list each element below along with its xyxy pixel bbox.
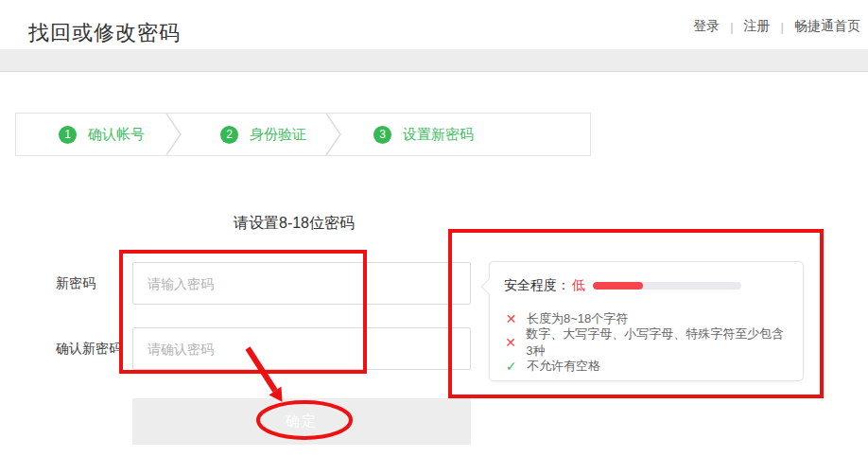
stepper: 1 确认帐号 2 身份验证 3 设置新密码 — [15, 113, 591, 156]
step-number-badge: 2 — [220, 126, 238, 144]
step-identity-verification: 2 身份验证 — [220, 114, 306, 155]
page-title: 找回或修改密码 — [28, 19, 181, 47]
password-strength-panel: 安全程度： 低 ✕ 长度为8~18个字符 ✕ 数字、大写字母、小写字母、特殊字符… — [489, 261, 804, 381]
step-label: 确认帐号 — [88, 126, 145, 144]
chevron-right-icon — [165, 114, 182, 155]
form-heading: 请设置8-18位密码 — [129, 214, 460, 234]
confirm-password-input[interactable] — [132, 327, 471, 370]
strength-value: 低 — [572, 277, 585, 294]
confirm-password-label: 确认新密码 — [56, 327, 122, 369]
step-number-badge: 1 — [59, 126, 77, 144]
new-password-input[interactable] — [132, 262, 471, 305]
header-band — [0, 49, 868, 72]
home-link[interactable]: 畅捷通首页 — [794, 18, 860, 35]
rule-text: 不允许有空格 — [527, 358, 600, 375]
fail-x-icon: ✕ — [504, 311, 518, 326]
step-number-badge: 3 — [373, 126, 391, 144]
strength-bar — [593, 282, 741, 290]
chevron-right-icon — [325, 114, 341, 155]
top-nav: 登录 | 注册 | 畅捷通首页 — [693, 18, 860, 35]
nav-divider: | — [781, 20, 784, 34]
rule-char-types: ✕ 数字、大写字母、小写字母、特殊字符至少包含3种 — [504, 330, 790, 354]
step-label: 身份验证 — [250, 126, 306, 144]
pass-check-icon: ✓ — [504, 359, 518, 374]
rule-text: 数字、大写字母、小写字母、特殊字符至少包含3种 — [526, 325, 790, 360]
new-password-label: 新密码 — [56, 262, 95, 304]
confirm-button[interactable]: 确定 — [132, 398, 471, 445]
step-set-new-password: 3 设置新密码 — [373, 114, 474, 155]
fail-x-icon: ✕ — [504, 335, 517, 350]
password-rules-list: ✕ 长度为8~18个字符 ✕ 数字、大写字母、小写字母、特殊字符至少包含3种 ✓… — [504, 307, 790, 377]
strength-row: 安全程度： 低 — [504, 277, 790, 294]
panel-pointer — [481, 279, 497, 295]
nav-divider: | — [730, 20, 733, 34]
password-reset-page: 找回或修改密码 登录 | 注册 | 畅捷通首页 1 确认帐号 2 身份验证 3 … — [0, 0, 868, 474]
login-link[interactable]: 登录 — [693, 18, 720, 35]
header: 找回或修改密码 登录 | 注册 | 畅捷通首页 — [0, 0, 868, 49]
strength-bar-fill — [593, 282, 643, 290]
register-link[interactable]: 注册 — [744, 18, 771, 35]
step-label: 设置新密码 — [403, 126, 474, 144]
strength-label: 安全程度： — [504, 277, 570, 294]
step-confirm-account: 1 确认帐号 — [59, 114, 145, 155]
